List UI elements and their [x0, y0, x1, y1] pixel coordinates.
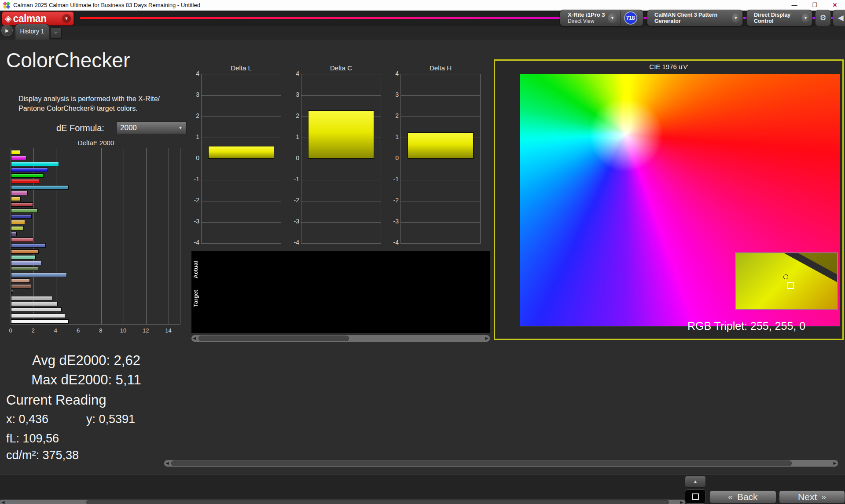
- cie-1976-panel: CIE 1976 u'v' RGB Triplet: 255, 255, 0: [494, 59, 844, 340]
- tab-scroll-button[interactable]: ▶: [1, 25, 13, 36]
- maximize-icon[interactable]: ❐: [805, 0, 825, 11]
- scroll-left-icon[interactable]: ◀: [191, 335, 198, 342]
- y-tick-label: 0: [290, 154, 299, 161]
- scrollbar-thumb[interactable]: [171, 460, 792, 466]
- y-tick-label: 1: [190, 133, 199, 140]
- chevron-down-icon[interactable]: ▼: [608, 13, 617, 23]
- gridline: [401, 222, 480, 223]
- expand-patch-bar-icon[interactable]: ▲: [685, 475, 706, 488]
- inset-target-point: [787, 282, 794, 289]
- gridline: [79, 148, 79, 324]
- delta-l-chart: Delta L 43210-1-2-3-4: [190, 64, 282, 256]
- scroll-right-icon[interactable]: ▶: [679, 500, 685, 504]
- deltae-bar: [11, 255, 36, 259]
- target-row-label: Target: [192, 285, 203, 313]
- chevron-down-icon: ▼: [178, 125, 183, 130]
- y-tick-label: -2: [389, 197, 399, 204]
- scroll-left-icon[interactable]: ◀: [0, 500, 6, 504]
- add-tab-button[interactable]: +: [50, 27, 62, 39]
- patch-bar-scrollbar[interactable]: ◀ ▶: [0, 500, 685, 504]
- deltae-bar: [11, 185, 69, 190]
- meter-dropdown[interactable]: X-Rite i1Pro 3 Direct View ▼ 718: [560, 10, 643, 26]
- y-tick-label: -1: [389, 175, 399, 183]
- chevron-down-icon[interactable]: ▼: [802, 13, 809, 23]
- gear-icon[interactable]: ⚙: [815, 10, 831, 26]
- y-tick-label: 3: [389, 91, 399, 98]
- de-formula-value: 2000: [120, 124, 137, 132]
- y-tick-label: -3: [290, 218, 299, 225]
- delta-bar: [208, 146, 274, 159]
- y-tick-label: -4: [190, 239, 199, 246]
- window-titlebar: Calman 2025 Calman Ultimate for Business…: [0, 0, 845, 11]
- max-de2000-readout: Max dE2000: 5,11: [20, 372, 152, 388]
- pattern-generator-dropdown[interactable]: CalMAN Client 3 Pattern Generator ▼: [647, 10, 743, 26]
- back-button[interactable]: « Back: [709, 490, 776, 504]
- deltae-bar: [11, 168, 48, 172]
- gridline: [301, 180, 381, 180]
- page-title: ColorChecker: [6, 48, 130, 72]
- deltae-bar: [11, 220, 25, 224]
- close-icon[interactable]: ✕: [825, 0, 845, 11]
- table-scrollbar[interactable]: ◀ ▶: [164, 460, 838, 467]
- y-tick-label: 1: [389, 133, 399, 140]
- pattern-window-icon: [692, 493, 699, 500]
- avg-de2000-readout: Avg dE2000: 2,62: [20, 353, 152, 369]
- gridline: [301, 159, 381, 159]
- delta-bar: [308, 110, 374, 159]
- deltae-bar: [11, 267, 38, 271]
- tab-history-1[interactable]: History 1: [15, 24, 49, 40]
- divider: [620, 11, 621, 26]
- meter-mode: Direct View: [568, 18, 605, 25]
- scrollbar-thumb[interactable]: [198, 336, 349, 341]
- y-tick-label: 1: [290, 133, 299, 140]
- gridline: [202, 180, 281, 180]
- chevron-right-icon: »: [821, 492, 826, 502]
- scroll-right-icon[interactable]: ▶: [484, 335, 490, 342]
- deltae-bar: [11, 249, 39, 254]
- scroll-right-icon[interactable]: ▶: [832, 460, 838, 467]
- minimize-icon[interactable]: —: [784, 0, 805, 11]
- current-reading-label: Current Reading: [6, 392, 106, 408]
- pattern-window-button[interactable]: [685, 489, 706, 504]
- gridline: [202, 95, 281, 96]
- y-tick-label: -2: [190, 197, 199, 204]
- actual-row-label: Actual: [192, 256, 203, 284]
- deltae-bar: [11, 243, 46, 248]
- deltae-bar: [11, 156, 26, 160]
- gridline: [124, 148, 124, 324]
- collapse-panel-icon[interactable]: ◀: [833, 10, 845, 26]
- cie-zoom-inset: [735, 252, 838, 310]
- swatch-comparison-strip: Actual Target: [191, 251, 490, 333]
- gridline: [301, 95, 381, 96]
- x-tick-label: 4: [50, 327, 61, 334]
- gridline: [146, 148, 147, 324]
- delta-l-plot-area: [201, 74, 281, 244]
- deltae-2000-chart: DeltaE 2000 02468101214: [9, 139, 183, 338]
- deltae-bar: [11, 214, 32, 219]
- display-control-dropdown[interactable]: Direct Display Control ▼: [746, 10, 812, 26]
- divider: [0, 90, 189, 90]
- gridline: [401, 95, 480, 96]
- calman-logo-icon: ◈: [5, 13, 11, 24]
- exposure-badge: 718: [624, 11, 637, 25]
- x-tick-label: 12: [140, 327, 151, 334]
- de-formula-select[interactable]: 2000 ▼: [116, 121, 187, 134]
- scrollbar-thumb[interactable]: [86, 500, 669, 504]
- scroll-left-icon[interactable]: ◀: [164, 460, 170, 467]
- current-x-readout: x: 0,436: [6, 413, 48, 426]
- swatch-strip-scrollbar[interactable]: ◀ ▶: [191, 335, 490, 342]
- deltae-bar: [11, 179, 39, 183]
- y-tick-label: -1: [290, 175, 299, 183]
- chevron-down-icon[interactable]: ▼: [62, 14, 71, 23]
- y-tick-label: 3: [290, 91, 299, 98]
- x-tick-label: 6: [73, 327, 84, 334]
- window-title: Calman 2025 Calman Ultimate for Business…: [13, 2, 200, 8]
- chevron-down-icon[interactable]: ▼: [732, 13, 740, 23]
- calman-logo-text: calman: [13, 13, 62, 25]
- deltae-bar: [11, 202, 33, 207]
- gridline: [401, 117, 480, 117]
- y-tick-label: 0: [389, 154, 399, 161]
- next-button[interactable]: Next »: [779, 490, 845, 504]
- deltae-bar: [11, 290, 13, 294]
- deltae-bar: [11, 150, 20, 154]
